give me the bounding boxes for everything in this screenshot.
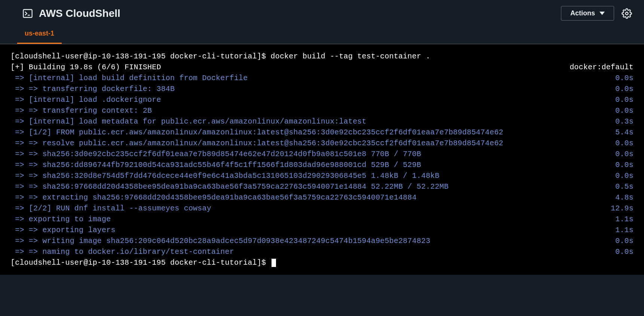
build-step-line: => => transferring context: 2B0.0s <box>10 105 634 116</box>
build-step-time: 0.0s <box>615 105 634 116</box>
build-step-line: => => sha256:320d8e754d5f7dd476dcece44e0… <box>10 170 634 181</box>
build-step-text: => => transferring context: 2B <box>10 105 152 116</box>
svg-point-2 <box>626 12 628 15</box>
build-step-line: => exporting to image1.1s <box>10 214 634 225</box>
build-step-text: => => sha256:320d8e754d5f7dd476dcece44e0… <box>10 170 439 181</box>
build-step-line: => => naming to docker.io/library/test-c… <box>10 246 634 257</box>
build-step-time: 0.0s <box>615 149 634 159</box>
build-step-text: => => writing image sha256:209c064d520bc… <box>10 236 430 246</box>
tab-region[interactable]: us-east-1 <box>17 26 62 44</box>
build-step-line: => => sha256:dd896744fb792100d54ca931adc… <box>10 159 634 170</box>
build-step-line: => => sha256:97668dd20d4358bee95dea91ba9… <box>10 181 634 192</box>
build-step-time: 0.5s <box>615 181 634 192</box>
build-step-time: 0.3s <box>615 116 634 127</box>
build-step-time: 0.0s <box>615 170 634 181</box>
header-right: Actions <box>561 6 632 21</box>
build-step-text: => => exporting layers <box>10 225 116 236</box>
build-step-text: => => extracting sha256:97668dd20d4358be… <box>10 192 417 203</box>
build-step-text: => [1/2] FROM public.ecr.aws/amazonlinux… <box>10 127 503 138</box>
caret-down-icon <box>599 12 605 15</box>
terminal-line: [+] Building 19.8s (6/6) FINISHED docker… <box>10 62 634 73</box>
build-step-time: 0.0s <box>615 159 634 170</box>
prompt: [cloudshell-user@ip-10-138-191-195 docke… <box>10 52 271 61</box>
build-step-text: => [internal] load metadata for public.e… <box>10 116 367 127</box>
build-step-line: => [internal] load build definition from… <box>10 73 634 83</box>
build-driver: docker:default <box>570 62 634 73</box>
build-step-line: => [1/2] FROM public.ecr.aws/amazonlinux… <box>10 127 634 138</box>
svg-rect-0 <box>23 9 32 17</box>
build-step-line: => => sha256:3d0e92cbc235ccf2f6df01eaa7e… <box>10 149 634 159</box>
header-left: AWS CloudShell <box>22 7 120 19</box>
build-step-time: 0.0s <box>615 83 634 94</box>
build-step-text: => => sha256:dd896744fb792100d54ca931adc… <box>10 159 421 170</box>
build-step-text: => [2/2] RUN dnf install --assumeyes cow… <box>10 203 211 214</box>
build-step-time: 0.0s <box>615 94 634 105</box>
actions-button[interactable]: Actions <box>561 6 614 21</box>
build-step-text: => [internal] load .dockerignore <box>10 94 161 105</box>
build-step-line: => => exporting layers1.1s <box>10 225 634 236</box>
build-step-line: => => writing image sha256:209c064d520bc… <box>10 236 634 246</box>
build-step-line: => => resolve public.ecr.aws/amazonlinux… <box>10 138 634 149</box>
build-step-line: => => extracting sha256:97668dd20d4358be… <box>10 192 634 203</box>
build-step-time: 1.1s <box>615 214 634 225</box>
build-step-text: => => resolve public.ecr.aws/amazonlinux… <box>10 138 503 149</box>
build-step-text: => => transferring dockerfile: 384B <box>10 83 175 94</box>
build-step-line: => => transferring dockerfile: 384B0.0s <box>10 83 634 94</box>
settings-button[interactable] <box>622 8 632 19</box>
terminal-line: [cloudshell-user@ip-10-138-191-195 docke… <box>10 51 634 62</box>
build-step-time: 0.0s <box>615 236 634 246</box>
build-step-line: => [internal] load metadata for public.e… <box>10 116 634 127</box>
build-step-text: => => sha256:97668dd20d4358bee95dea91ba9… <box>10 181 448 192</box>
build-status: [+] Building 19.8s (6/6) FINISHED <box>10 62 161 73</box>
build-step-time: 0.0s <box>615 138 634 149</box>
build-step-time: 0.0s <box>615 73 634 83</box>
tabs-bar: us-east-1 <box>0 24 644 44</box>
build-step-time: 0.0s <box>615 246 634 257</box>
build-step-text: => => naming to docker.io/library/test-c… <box>10 246 234 257</box>
build-step-time: 1.1s <box>615 225 634 236</box>
actions-label: Actions <box>570 9 595 17</box>
build-step-text: => => sha256:3d0e92cbc235ccf2f6df01eaa7e… <box>10 149 421 159</box>
build-step-time: 12.9s <box>611 203 634 214</box>
build-step-time: 5.4s <box>615 127 634 138</box>
command: docker build --tag test-container . <box>271 52 430 61</box>
header-bar: AWS CloudShell Actions <box>0 0 644 24</box>
build-step-time: 4.8s <box>615 192 634 203</box>
terminal-output[interactable]: [cloudshell-user@ip-10-138-191-195 docke… <box>0 44 644 275</box>
build-step-line: => [internal] load .dockerignore0.0s <box>10 94 634 105</box>
cursor <box>272 259 276 267</box>
app-title: AWS CloudShell <box>39 7 120 19</box>
build-step-text: => exporting to image <box>10 214 111 225</box>
terminal-line: [cloudshell-user@ip-10-138-191-195 docke… <box>10 257 634 268</box>
prompt: [cloudshell-user@ip-10-138-191-195 docke… <box>10 258 271 267</box>
cloudshell-icon <box>22 8 33 19</box>
build-step-line: => [2/2] RUN dnf install --assumeyes cow… <box>10 203 634 214</box>
build-step-text: => [internal] load build definition from… <box>10 73 248 83</box>
